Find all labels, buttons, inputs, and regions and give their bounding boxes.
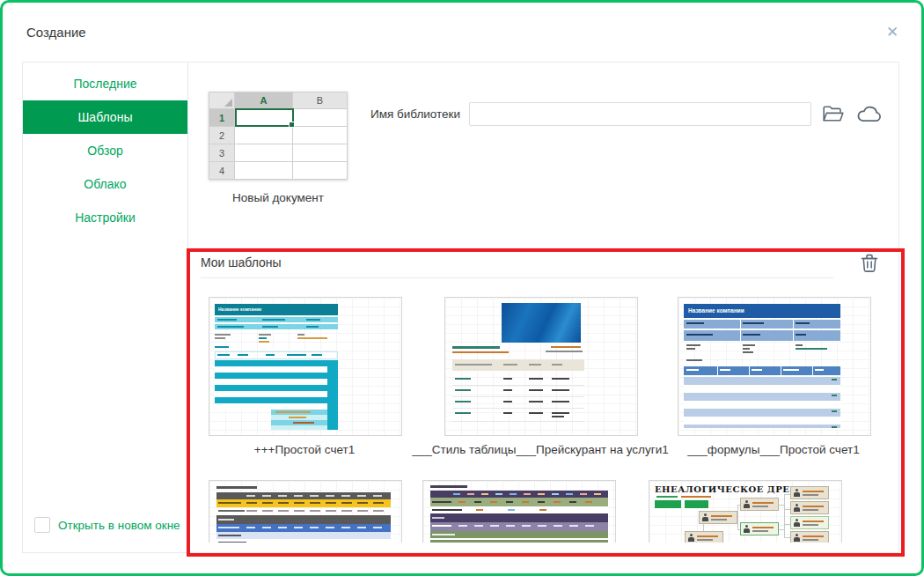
cloud-icon[interactable] <box>855 103 882 124</box>
cell <box>235 162 293 180</box>
thumbnail-header-text: Название компании <box>215 304 338 315</box>
row-header-4: 4 <box>209 162 235 180</box>
select-all-corner <box>209 92 235 109</box>
folder-icon[interactable] <box>822 104 845 123</box>
template-name: +++Простой счет1 <box>208 443 401 461</box>
column-header-b: B <box>293 92 348 109</box>
window-title: Создание <box>26 25 86 40</box>
close-icon[interactable]: ✕ <box>881 21 904 44</box>
template-card-simple-invoice[interactable]: Название компании <box>209 297 402 436</box>
template-name: ___формулы___Простой счет1 <box>677 443 870 461</box>
selected-cell-a1 <box>235 108 294 127</box>
cell <box>235 144 293 162</box>
row-header-2: 2 <box>209 127 235 144</box>
section-divider <box>201 277 833 278</box>
template-card-budget-yellow[interactable] <box>209 480 402 543</box>
sidebar-item-templates[interactable]: Шаблоны <box>23 100 187 134</box>
template-thumbnail-art: Название компании <box>678 298 870 435</box>
library-name-label: Имя библиотеки <box>370 107 460 121</box>
template-thumbnail-art <box>423 481 615 543</box>
cell <box>235 127 293 144</box>
library-name-input[interactable] <box>469 102 811 126</box>
thumbnail-header-text: Название компании <box>684 304 840 318</box>
sidebar-item-cloud[interactable]: Облако <box>23 167 187 201</box>
new-document-label: Новый документ <box>209 191 348 204</box>
template-name: ___Стиль таблицы___Прейскурант на услуги… <box>391 443 690 461</box>
template-card-genealogy-tree[interactable]: ЕНЕАЛОГИЧЕСКОЕ ДРЕВ <box>649 480 842 543</box>
thumbnail-title-text: ЕНЕАЛОГИЧЕСКОЕ ДРЕВ <box>655 484 797 494</box>
my-templates-title: Мои шаблоны <box>201 255 282 270</box>
template-card-formulas-invoice[interactable]: Название компании <box>678 297 871 436</box>
sidebar-item-recent[interactable]: Последние <box>23 67 187 100</box>
template-thumbnail-art: Название компании <box>209 298 401 435</box>
sidebar-item-settings[interactable]: Настройки <box>23 201 187 234</box>
row-header-3: 3 <box>209 144 235 162</box>
cell <box>293 162 348 180</box>
template-thumbnail-art <box>209 481 401 543</box>
new-document-thumbnail[interactable]: A B 1 2 3 4 <box>209 92 348 180</box>
template-thumbnail-art: ЕНЕАЛОГИЧЕСКОЕ ДРЕВ <box>649 481 841 543</box>
column-header-a: A <box>235 92 293 109</box>
trash-icon[interactable] <box>860 251 879 274</box>
template-card-price-list[interactable] <box>444 297 638 436</box>
cell <box>293 109 348 127</box>
row-header-1: 1 <box>209 109 235 127</box>
cell <box>293 127 348 144</box>
open-in-new-window-checkbox[interactable] <box>34 517 50 533</box>
cell <box>293 144 348 162</box>
templates-row-2: ЕНЕАЛОГИЧЕСКОЕ ДРЕВ <box>187 480 902 543</box>
template-thumbnail-art <box>445 298 637 435</box>
sidebar: Последние Шаблоны Обзор Облако Настройки… <box>23 63 188 552</box>
open-in-new-window-label: Открыть в новом окне <box>58 519 180 532</box>
sidebar-item-browse[interactable]: Обзор <box>23 134 187 167</box>
template-card-budget-purple[interactable] <box>422 480 616 543</box>
